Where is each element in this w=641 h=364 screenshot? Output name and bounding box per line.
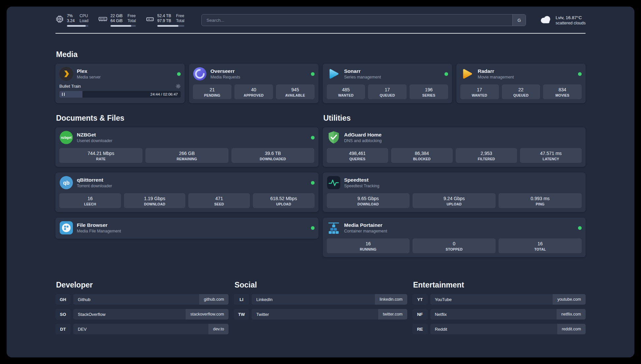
status-dot [578,72,582,76]
stat-pending: 21 PENDING [193,84,231,99]
status-dot [311,72,315,76]
bookmark-netflix[interactable]: NF Netflix netflix.com [412,309,586,319]
dashboard-page: 7% 3.24 CPU Load [7,7,634,357]
bookmark-twitter[interactable]: TW Twitter twitter.com [234,309,407,319]
now-playing-title: Bullet Train [59,84,81,89]
speedtest-icon [327,176,341,190]
status-dot [311,226,315,230]
settings-gear-icon[interactable] [176,84,181,89]
radarr-card[interactable]: Radarr Movie management 17 WANTED 22 QUE… [456,64,586,103]
qbittorrent-card[interactable]: qb qBittorrent Torrent downloader 16 LEE… [55,172,319,212]
stat-series: 196 SERIES [410,84,448,99]
entertainment-section-title: Entertainment [413,281,586,289]
weather-widget[interactable]: Lviv, 16.87°C scattered clouds [539,15,586,26]
stat-remaining: 266 GB REMAINING [145,148,229,163]
ram-total: 64 GiB [110,18,123,23]
bookmark-url: linkedin.com [375,294,407,305]
filebrowser-card[interactable]: File Browser Media File Management [55,218,319,239]
bookmark-abbr: YT [412,294,428,305]
disk-total: 97.9 TB [157,18,171,23]
stat-queries: 498,461 QUERIES [327,148,388,163]
search-engine-button[interactable]: G [512,15,526,26]
app-subtitle: Media File Management [77,228,121,234]
stat-downloaded: 39.6 TB DOWNLOADED [231,148,315,163]
cpu-monitor: 7% 3.24 CPU Load [55,14,88,27]
app-name: Overseerr [210,68,240,75]
section-utilities: Utilities AdGuard Home DNS and adblockin… [323,114,586,263]
app-subtitle: Movie management [478,75,514,80]
app-name: AdGuard Home [344,132,382,138]
stat-rate: 744.21 Mbps RATE [59,148,142,163]
weather-location: Lviv, 16.87°C [556,15,586,20]
disk-label-top: Free [176,14,184,18]
bookmark-name: LinkedIn [252,294,375,305]
bookmark-group-developer: Developer GH Github github.com SO StackO… [55,281,229,339]
app-subtitle: Usenet downloader [77,138,112,143]
radarr-icon [460,67,474,81]
stat-blocked: 86,384 BLOCKED [391,148,453,163]
bookmark-dev[interactable]: DT DEV dev.to [55,324,229,334]
status-dot [444,72,448,76]
bookmark-name: Reddit [430,324,557,334]
bookmark-stackoverflow[interactable]: SO StackOverflow stackoverflow.com [55,309,229,319]
weather-condition: scattered clouds [556,20,586,26]
bookmark-reddit[interactable]: RE Reddit reddit.com [412,324,586,334]
portainer-card[interactable]: Media Portainer Container management 16 … [323,218,586,257]
app-subtitle: Speedtest Tracking [344,183,380,189]
app-name: Radarr [478,68,514,75]
app-name: NZBGet [77,132,112,138]
adguard-card[interactable]: AdGuard Home DNS and adblocking 498,461 … [323,127,586,167]
sonarr-card[interactable]: Sonarr Series management 485 WANTED 17 Q… [323,64,452,103]
cloud-icon [539,15,552,26]
stat-running: 16 RUNNING [327,238,410,253]
cpu-icon [55,14,64,23]
stat-leech: 16 LEECH [59,193,121,208]
overseerr-icon [193,67,207,81]
bookmark-url: netflix.com [557,309,586,319]
app-subtitle: Container management [344,228,387,234]
app-subtitle: DNS and adblocking [344,138,382,143]
bookmark-url: twitter.com [378,309,407,319]
app-name: qBittorrent [77,177,112,183]
stat-upload: 9.24 Gbps UPLOAD [412,193,496,208]
search-input[interactable] [202,15,512,26]
playback-time: 24:44 / 02:06:47 [150,92,178,96]
social-section-title: Social [234,281,407,289]
disk-free: 52.4 TB [157,14,171,18]
search-bar: G [201,14,526,26]
svg-text:nzbget: nzbget [61,136,72,139]
bookmark-youtube[interactable]: YT YouTube youtube.com [412,294,586,305]
pause-icon[interactable] [62,93,65,96]
stat-available: 945 AVAILABLE [276,84,315,99]
disk-usage-bar [157,25,184,27]
stat-wanted: 485 WANTED [327,84,365,99]
bookmark-linkedin[interactable]: LI LinkedIn linkedin.com [234,294,407,305]
speedtest-card[interactable]: Speedtest Speedtest Tracking 9.65 Gbps D… [323,172,586,212]
bookmark-url: stackoverflow.com [186,309,229,319]
bookmark-url: github.com [199,294,229,305]
bookmark-abbr: LI [234,294,249,305]
ram-usage-bar [110,25,136,27]
stat-total: 16 TOTAL [499,238,582,253]
filebrowser-icon [59,221,73,235]
cpu-load: 3.24 [67,18,75,23]
disk-label-bottom: Total [176,18,184,23]
stat-download: 1.19 Gbps DOWNLOAD [124,193,186,208]
stat-approved: 40 APPROVED [234,84,273,99]
nzbget-card[interactable]: nzbget NZBGet Usenet downloader 744.21 M… [55,127,319,167]
disk-monitor: 52.4 TB 97.9 TB Free Total [146,14,184,27]
plex-card[interactable]: Plex Media server Bullet Train [55,64,185,103]
status-dot [177,72,181,76]
app-name: Speedtest [344,177,380,183]
plex-icon [59,67,73,81]
portainer-icon [327,221,341,235]
overseerr-card[interactable]: Overseerr Media Requests 21 PENDING 40 A… [189,64,318,103]
bookmark-url: dev.to [208,324,229,334]
plex-progress-bar[interactable]: 24:44 / 02:06:47 [59,91,181,98]
bookmark-name: DEV [73,324,208,334]
bookmark-github[interactable]: GH Github github.com [55,294,229,305]
nzbget-icon: nzbget [59,131,73,144]
cpu-percent: 7% [67,14,75,18]
app-name: Sonarr [344,68,381,75]
stat-queued: 17 QUEUED [368,84,407,99]
